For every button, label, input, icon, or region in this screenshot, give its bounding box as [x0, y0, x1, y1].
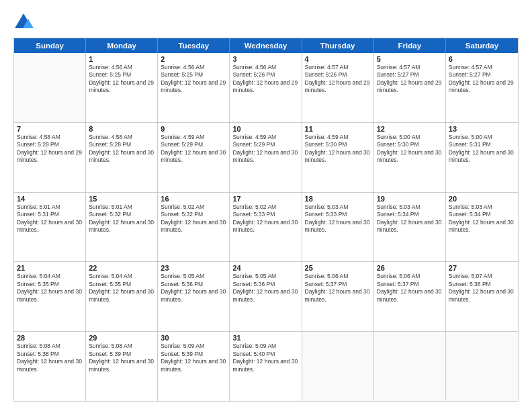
day-number: 20 — [449, 195, 515, 203]
day-number: 27 — [449, 264, 515, 272]
day-info: Sunrise: 4:59 AMSunset: 5:29 PMDaylight:… — [161, 134, 226, 165]
day-info: Sunrise: 5:06 AMSunset: 5:37 PMDaylight:… — [377, 273, 443, 304]
day-info: Sunrise: 4:59 AMSunset: 5:29 PMDaylight:… — [232, 134, 298, 165]
calendar-week-2: 7Sunrise: 4:58 AMSunset: 5:28 PMDaylight… — [14, 123, 518, 193]
day-number: 30 — [161, 334, 226, 342]
calendar-cell — [302, 332, 374, 401]
calendar-cell: 24Sunrise: 5:05 AMSunset: 5:36 PMDayligh… — [230, 262, 302, 331]
calendar-cell: 26Sunrise: 5:06 AMSunset: 5:37 PMDayligh… — [374, 262, 446, 331]
header-day-thursday: Thursday — [302, 38, 374, 53]
calendar-cell: 4Sunrise: 4:57 AMSunset: 5:26 PMDaylight… — [302, 53, 374, 122]
calendar-cell: 19Sunrise: 5:03 AMSunset: 5:34 PMDayligh… — [374, 193, 446, 262]
header-day-sunday: Sunday — [14, 38, 86, 53]
day-number: 1 — [89, 55, 154, 63]
day-number: 22 — [89, 264, 154, 272]
day-info: Sunrise: 4:59 AMSunset: 5:30 PMDaylight:… — [305, 134, 371, 165]
logo — [13, 12, 36, 31]
calendar-cell — [374, 332, 446, 401]
calendar-cell: 5Sunrise: 4:57 AMSunset: 5:27 PMDaylight… — [374, 53, 446, 122]
header-day-saturday: Saturday — [446, 38, 518, 53]
calendar-cell: 28Sunrise: 5:08 AMSunset: 5:38 PMDayligh… — [14, 332, 86, 401]
day-info: Sunrise: 5:03 AMSunset: 5:34 PMDaylight:… — [449, 203, 515, 234]
day-number: 13 — [449, 125, 515, 133]
day-info: Sunrise: 4:56 AMSunset: 5:26 PMDaylight:… — [232, 64, 298, 95]
day-info: Sunrise: 4:57 AMSunset: 5:27 PMDaylight:… — [449, 64, 515, 95]
day-number: 12 — [377, 125, 443, 133]
day-info: Sunrise: 5:04 AMSunset: 5:35 PMDaylight:… — [17, 273, 83, 304]
day-number: 5 — [377, 55, 443, 63]
day-info: Sunrise: 4:56 AMSunset: 5:25 PMDaylight:… — [89, 64, 154, 95]
calendar-cell — [14, 53, 86, 122]
day-info: Sunrise: 5:03 AMSunset: 5:34 PMDaylight:… — [377, 203, 443, 234]
calendar-cell: 6Sunrise: 4:57 AMSunset: 5:27 PMDaylight… — [446, 53, 518, 122]
calendar-cell: 17Sunrise: 5:02 AMSunset: 5:33 PMDayligh… — [230, 193, 302, 262]
day-info: Sunrise: 5:05 AMSunset: 5:36 PMDaylight:… — [161, 273, 226, 304]
day-info: Sunrise: 5:01 AMSunset: 5:32 PMDaylight:… — [89, 203, 154, 234]
calendar-cell: 20Sunrise: 5:03 AMSunset: 5:34 PMDayligh… — [446, 193, 518, 262]
day-number: 8 — [89, 125, 154, 133]
day-info: Sunrise: 5:02 AMSunset: 5:32 PMDaylight:… — [161, 203, 226, 234]
day-info: Sunrise: 5:02 AMSunset: 5:33 PMDaylight:… — [232, 203, 298, 234]
page: SundayMondayTuesdayWednesdayThursdayFrid… — [0, 0, 532, 411]
day-info: Sunrise: 5:09 AMSunset: 5:39 PMDaylight:… — [161, 342, 226, 373]
day-number: 17 — [232, 195, 298, 203]
day-number: 29 — [89, 334, 154, 342]
calendar: SundayMondayTuesdayWednesdayThursdayFrid… — [13, 38, 519, 402]
day-number: 26 — [377, 264, 443, 272]
day-info: Sunrise: 4:57 AMSunset: 5:26 PMDaylight:… — [305, 64, 371, 95]
day-number: 14 — [17, 195, 83, 203]
day-info: Sunrise: 5:08 AMSunset: 5:39 PMDaylight:… — [89, 342, 154, 373]
header-day-friday: Friday — [374, 38, 446, 53]
day-info: Sunrise: 5:04 AMSunset: 5:35 PMDaylight:… — [89, 273, 154, 304]
day-info: Sunrise: 4:58 AMSunset: 5:28 PMDaylight:… — [89, 134, 154, 165]
day-number: 18 — [305, 195, 371, 203]
day-info: Sunrise: 5:00 AMSunset: 5:30 PMDaylight:… — [377, 134, 443, 165]
day-number: 7 — [17, 125, 83, 133]
calendar-cell: 14Sunrise: 5:01 AMSunset: 5:31 PMDayligh… — [14, 193, 86, 262]
day-info: Sunrise: 5:01 AMSunset: 5:31 PMDaylight:… — [17, 203, 83, 234]
calendar-cell: 2Sunrise: 4:56 AMSunset: 5:25 PMDaylight… — [158, 53, 230, 122]
day-info: Sunrise: 5:05 AMSunset: 5:36 PMDaylight:… — [232, 273, 298, 304]
header — [13, 12, 519, 31]
header-day-tuesday: Tuesday — [158, 38, 230, 53]
day-info: Sunrise: 5:08 AMSunset: 5:38 PMDaylight:… — [17, 342, 83, 373]
header-day-monday: Monday — [86, 38, 158, 53]
calendar-cell: 25Sunrise: 5:06 AMSunset: 5:37 PMDayligh… — [302, 262, 374, 331]
day-number: 6 — [449, 55, 515, 63]
logo-icon — [13, 12, 34, 31]
day-number: 3 — [232, 55, 298, 63]
calendar-cell: 8Sunrise: 4:58 AMSunset: 5:28 PMDaylight… — [86, 123, 158, 192]
calendar-cell: 10Sunrise: 4:59 AMSunset: 5:29 PMDayligh… — [230, 123, 302, 192]
day-info: Sunrise: 4:56 AMSunset: 5:25 PMDaylight:… — [161, 64, 226, 95]
calendar-week-5: 28Sunrise: 5:08 AMSunset: 5:38 PMDayligh… — [14, 332, 518, 401]
day-number: 28 — [17, 334, 83, 342]
day-info: Sunrise: 5:03 AMSunset: 5:33 PMDaylight:… — [305, 203, 371, 234]
day-number: 16 — [161, 195, 226, 203]
day-number: 31 — [232, 334, 298, 342]
day-info: Sunrise: 5:09 AMSunset: 5:40 PMDaylight:… — [232, 342, 298, 373]
day-info: Sunrise: 4:57 AMSunset: 5:27 PMDaylight:… — [377, 64, 443, 95]
calendar-week-1: 1Sunrise: 4:56 AMSunset: 5:25 PMDaylight… — [14, 53, 518, 123]
calendar-cell: 30Sunrise: 5:09 AMSunset: 5:39 PMDayligh… — [158, 332, 230, 401]
calendar-cell: 9Sunrise: 4:59 AMSunset: 5:29 PMDaylight… — [158, 123, 230, 192]
calendar-week-4: 21Sunrise: 5:04 AMSunset: 5:35 PMDayligh… — [14, 262, 518, 332]
calendar-cell: 1Sunrise: 4:56 AMSunset: 5:25 PMDaylight… — [86, 53, 158, 122]
day-number: 4 — [305, 55, 371, 63]
day-info: Sunrise: 5:00 AMSunset: 5:31 PMDaylight:… — [449, 134, 515, 165]
calendar-cell: 13Sunrise: 5:00 AMSunset: 5:31 PMDayligh… — [446, 123, 518, 192]
calendar-cell: 29Sunrise: 5:08 AMSunset: 5:39 PMDayligh… — [86, 332, 158, 401]
calendar-cell — [446, 332, 518, 401]
day-info: Sunrise: 5:07 AMSunset: 5:38 PMDaylight:… — [449, 273, 515, 304]
calendar-cell: 7Sunrise: 4:58 AMSunset: 5:28 PMDaylight… — [14, 123, 86, 192]
calendar-cell: 21Sunrise: 5:04 AMSunset: 5:35 PMDayligh… — [14, 262, 86, 331]
calendar-cell: 15Sunrise: 5:01 AMSunset: 5:32 PMDayligh… — [86, 193, 158, 262]
day-number: 11 — [305, 125, 371, 133]
calendar-cell: 27Sunrise: 5:07 AMSunset: 5:38 PMDayligh… — [446, 262, 518, 331]
calendar-cell: 11Sunrise: 4:59 AMSunset: 5:30 PMDayligh… — [302, 123, 374, 192]
header-day-wednesday: Wednesday — [230, 38, 302, 53]
calendar-cell: 23Sunrise: 5:05 AMSunset: 5:36 PMDayligh… — [158, 262, 230, 331]
calendar-cell: 3Sunrise: 4:56 AMSunset: 5:26 PMDaylight… — [230, 53, 302, 122]
calendar-cell: 12Sunrise: 5:00 AMSunset: 5:30 PMDayligh… — [374, 123, 446, 192]
calendar-cell: 22Sunrise: 5:04 AMSunset: 5:35 PMDayligh… — [86, 262, 158, 331]
day-number: 24 — [232, 264, 298, 272]
